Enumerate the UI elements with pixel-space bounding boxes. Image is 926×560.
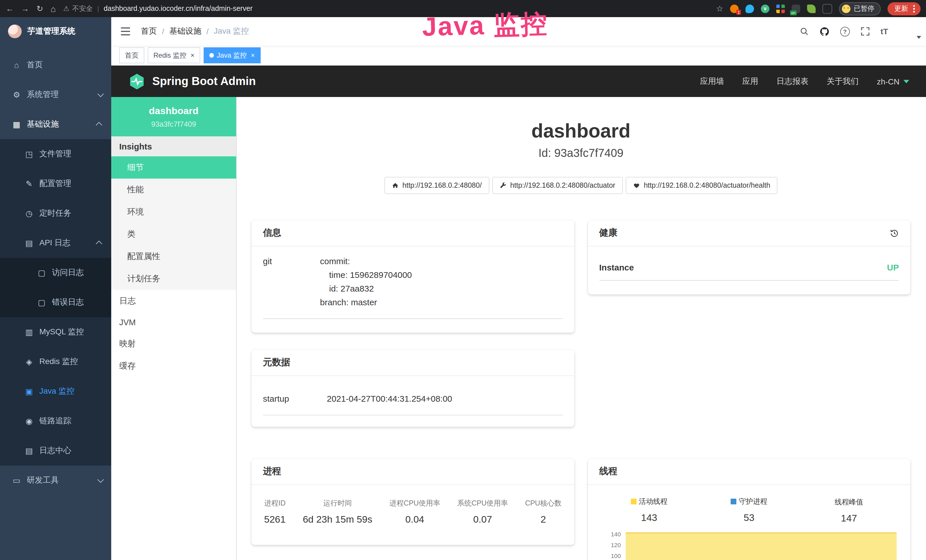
hamburger-icon[interactable]	[120, 27, 131, 36]
menu-item-mappings[interactable]: 映射	[111, 333, 236, 355]
document-icon: ▢	[36, 298, 47, 307]
sba-navbar: Spring Boot Admin 应用墙 应用 日志报表 关于我们 zh-CN	[111, 66, 926, 97]
close-icon[interactable]	[191, 52, 195, 59]
extension-plug-icon[interactable]	[823, 4, 832, 14]
menu-item-classes[interactable]: 类	[111, 223, 236, 245]
app-title: 芋道管理系统	[27, 26, 75, 36]
legend-value: 147	[799, 513, 899, 524]
file-icon: ◳	[24, 150, 34, 159]
sidebar-item-label: 首页	[27, 60, 43, 70]
legend-peak-threads: 线程峰值 147	[799, 496, 899, 524]
extension-tampermonkey-icon[interactable]: on	[792, 4, 800, 13]
sba-nav-journal[interactable]: 日志报表	[776, 76, 808, 86]
menu-item-environment[interactable]: 环境	[111, 201, 236, 223]
sba-nav-wallboard[interactable]: 应用墙	[700, 76, 724, 86]
sidebar-item-api-logs[interactable]: ▤ API 日志	[0, 228, 111, 258]
chevron-down-icon	[98, 91, 104, 97]
metadata-startup-row: startup 2021-04-27T00:44:31.254+08:00	[263, 382, 563, 415]
forward-icon[interactable]: →	[21, 5, 29, 12]
paused-pill[interactable]: 已暂停	[839, 2, 881, 15]
sidebar-item-log-center[interactable]: ▤ 日志中心	[0, 436, 111, 466]
extension-leaf-icon[interactable]	[807, 4, 816, 13]
close-icon[interactable]	[251, 52, 255, 59]
menu-item-scheduled-tasks[interactable]: 计划任务	[111, 268, 236, 290]
service-url-button[interactable]: http://192.168.0.2:48080/	[384, 177, 489, 194]
tab-redis-monitor[interactable]: Redis 监控	[148, 47, 200, 64]
back-icon[interactable]: ←	[6, 5, 14, 12]
chart-y-axis: 140 120 100	[599, 531, 621, 560]
extension-vue-icon[interactable]	[761, 4, 769, 13]
sidebar-item-java-monitor[interactable]: ▣ Java 监控	[0, 377, 111, 406]
sidebar: 芋道管理系统 ⌂ 首页 ⚙ 系统管理 ▦ 基础设施 ◳	[0, 17, 111, 560]
sidebar-item-mysql-monitor[interactable]: ▥ MySQL 监控	[0, 317, 111, 347]
breadcrumb-home[interactable]: 首页	[141, 26, 157, 36]
page-title: dashboard	[251, 120, 910, 142]
tab-home[interactable]: 首页	[119, 47, 144, 64]
heart-icon	[633, 182, 640, 189]
home-icon: ⌂	[11, 61, 22, 70]
actuator-url-button[interactable]: http://192.168.0.2:48080/actuator	[492, 177, 623, 194]
chrome-update-button[interactable]: 更新	[888, 2, 921, 15]
extension-orange-icon[interactable]: 1	[730, 4, 738, 13]
sidebar-item-redis-monitor[interactable]: ◈ Redis 监控	[0, 347, 111, 377]
menu-item-metrics[interactable]: 性能	[111, 179, 236, 201]
breadcrumb-infrastructure[interactable]: 基础设施	[169, 26, 201, 36]
sba-brand[interactable]: Spring Boot Admin	[152, 75, 256, 88]
extension-drop-icon[interactable]	[746, 4, 754, 13]
extension-grid-icon[interactable]	[776, 4, 785, 13]
breadcrumb-separator	[206, 27, 209, 36]
chart-plot-area	[625, 531, 897, 560]
menu-item-config-props[interactable]: 配置属性	[111, 245, 236, 268]
sba-nav-about[interactable]: 关于我们	[827, 76, 859, 86]
locale-label: zh-CN	[877, 77, 899, 86]
history-icon[interactable]	[890, 229, 899, 238]
menu-item-caches[interactable]: 缓存	[111, 355, 236, 377]
sidebar-item-tracing[interactable]: ◉ 链路追踪	[0, 406, 111, 436]
legend-value: 143	[599, 512, 699, 524]
health-url-button[interactable]: http://192.168.0.2:48080/actuator/health	[625, 177, 778, 194]
active-dot	[209, 53, 214, 58]
browser-menu-icon[interactable]	[913, 8, 915, 9]
sidebar-item-infrastructure[interactable]: ▦ 基础设施	[0, 109, 111, 139]
sidebar-item-dev-tools[interactable]: ▭ 研发工具	[0, 466, 111, 495]
sidebar-item-label: 日志中心	[39, 446, 71, 456]
menu-item-jvm[interactable]: JVM	[111, 312, 236, 333]
sidebar-logo[interactable]: 芋道管理系统	[0, 17, 111, 45]
sidebar-item-scheduled-jobs[interactable]: ◷ 定时任务	[0, 198, 111, 228]
reload-icon[interactable]: ↻	[36, 5, 43, 12]
tab-java-monitor[interactable]: Java 监控	[204, 47, 260, 64]
search-icon[interactable]	[800, 27, 809, 36]
menu-item-logs[interactable]: 日志	[111, 290, 236, 312]
sidebar-item-config-management[interactable]: ✎ 配置管理	[0, 169, 111, 198]
github-icon[interactable]	[820, 27, 829, 36]
sidebar-item-file-management[interactable]: ◳ 文件管理	[0, 139, 111, 169]
menu-item-details[interactable]: 细节	[111, 156, 236, 179]
help-icon[interactable]	[840, 27, 850, 36]
stat-value: 5261	[264, 514, 286, 525]
screen: ← → ↻ ⌂ ⚠ 不安全 | dashboard.yudao.iocoder.…	[0, 0, 926, 560]
fullscreen-icon[interactable]	[861, 27, 870, 36]
health-url-label: http://192.168.0.2:48080/actuator/health	[644, 182, 770, 189]
browser-home-icon[interactable]: ⌂	[50, 4, 56, 13]
sidebar-item-system-management[interactable]: ⚙ 系统管理	[0, 80, 111, 109]
sba-locale-select[interactable]: zh-CN	[877, 77, 909, 86]
sba-logo-icon[interactable]	[128, 73, 145, 90]
git-branch-line: branch: master	[320, 295, 412, 309]
font-size-icon[interactable]: tT	[881, 27, 888, 36]
process-stat-system-cpu: 系统CPU使用率 0.07	[457, 499, 508, 525]
sidebar-item-label: Redis 监控	[39, 357, 78, 367]
sidebar-item-error-logs[interactable]: ▢ 错误日志	[0, 288, 111, 317]
sidebar-item-access-logs[interactable]: ▢ 访问日志	[0, 258, 111, 288]
browser-chrome: ← → ↻ ⌂ ⚠ 不安全 | dashboard.yudao.iocoder.…	[0, 0, 926, 17]
tools-icon: ▭	[11, 476, 22, 485]
sba-nav-applications[interactable]: 应用	[742, 76, 758, 86]
sidebar-item-home[interactable]: ⌂ 首页	[0, 50, 111, 80]
stat-label: 进程CPU使用率	[390, 499, 440, 509]
sidebar-item-label: 链路追踪	[39, 416, 71, 426]
sidebar-item-label: 文件管理	[39, 149, 71, 159]
address-bar[interactable]: ⚠ 不安全 | dashboard.yudao.iocoder.cn/infra…	[63, 4, 709, 14]
instance-header[interactable]: dashboard 93a3fc7f7409	[111, 97, 236, 136]
security-indicator[interactable]: ⚠ 不安全	[63, 4, 93, 14]
bookmark-star-icon[interactable]: ☆	[716, 5, 723, 12]
user-avatar[interactable]	[899, 23, 916, 40]
